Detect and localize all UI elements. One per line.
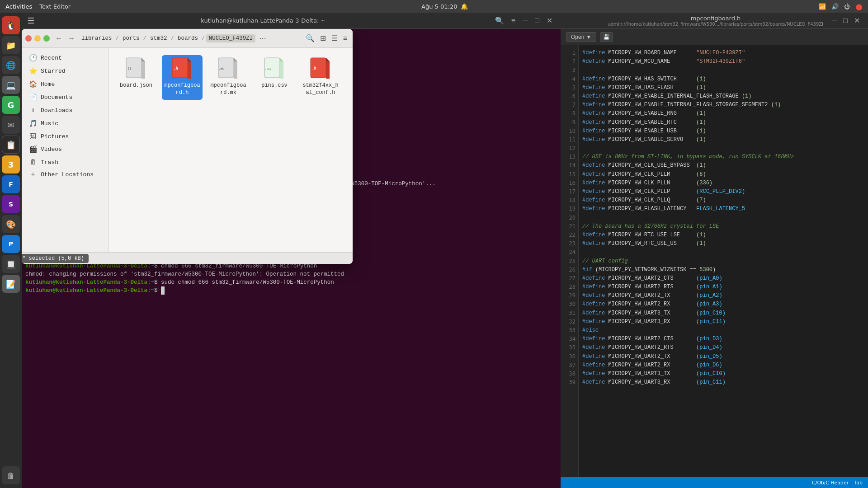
terminal-line: kutluhan@kutluhan-LattePanda-3-Delta:~$ — [25, 286, 557, 295]
svg-text:.h: .h — [312, 66, 316, 70]
file-pins-csv[interactable]: .csv pins.csv — [254, 55, 295, 100]
terminal-menu-icon[interactable]: ☰ — [27, 16, 34, 25]
taskbar-appf[interactable]: F — [2, 175, 20, 193]
sidebar-item-videos[interactable]: 🎬 Videos — [24, 143, 106, 156]
taskbar-browser[interactable]: 🌐 — [2, 56, 20, 74]
taskbar-clipboard[interactable]: 📋 — [2, 136, 20, 154]
svg-marker-10 — [234, 58, 237, 61]
line-num: 36 — [563, 352, 576, 361]
sidebar-item-downloads[interactable]: ⬇ Downloads — [24, 104, 106, 117]
mpconfigboard-mk-label: mpconfigboard.mk — [210, 82, 247, 96]
te-open-btn[interactable]: Open ▼ — [566, 32, 596, 42]
sidebar-item-pictures[interactable]: 🖼 Pictures — [24, 130, 106, 143]
te-language-label[interactable]: C/ObjC Header — [812, 480, 849, 486]
line-num: 23 — [563, 239, 576, 248]
fm-forward-btn[interactable]: → — [66, 33, 77, 43]
file-stm32-hal-h[interactable]: .h stm32f4xx_hal_conf.h — [300, 55, 341, 100]
terminal-menu-btn[interactable]: ≡ — [509, 15, 518, 26]
board-json-label: board.json — [120, 82, 152, 89]
fm-menu-btn[interactable]: ≡ — [341, 33, 349, 44]
te-line-numbers: 1 2 3 4 5 6 7 8 9 10 11 12 13 14 15 16 1… — [561, 45, 579, 477]
line-num: 6 — [563, 92, 576, 101]
sidebar-item-trash[interactable]: 🗑 Trash — [24, 156, 106, 169]
line-num: 38 — [563, 370, 576, 378]
taskbar-texteditor[interactable]: 📝 — [2, 275, 20, 293]
taskbar-terminal[interactable]: 💻 — [2, 76, 20, 94]
fm-status-text: "mpconfigboard.h" selected (5,0 kB) — [22, 254, 89, 263]
line-num: 34 — [563, 335, 576, 343]
taskbar-files[interactable]: 📁 — [2, 36, 20, 54]
file-mpconfigboard-mk[interactable]: .mk mpconfigboard.mk — [208, 55, 249, 100]
te-statusbar-right: C/ObjC Header Tab — [812, 480, 863, 486]
taskbar-apps[interactable]: S — [2, 195, 20, 213]
sidebar-item-other-locations[interactable]: + Other Locations — [24, 169, 106, 181]
terminal-search-btn[interactable]: 🔍 — [492, 15, 507, 26]
topbar-right: 📶 🔊 ⏻ ● — [819, 2, 863, 11]
line-num: 31 — [563, 309, 576, 318]
line-num: 27 — [563, 274, 576, 283]
file-board-json[interactable]: {} board.json — [116, 55, 156, 100]
breadcrumb-nucleo[interactable]: NUCLEO_F439ZI — [206, 34, 256, 42]
fm-titlebar: ← → libraries / ports / stm32 / boards /… — [22, 29, 353, 48]
terminal-maximize-btn[interactable]: □ — [532, 15, 542, 26]
fm-more-btn[interactable]: ⋯ — [257, 32, 268, 44]
power-icon[interactable]: ⏻ — [844, 3, 850, 10]
terminal-titlebar-left: ☰ — [27, 16, 34, 25]
fm-view-list-btn[interactable]: ☰ — [330, 32, 340, 44]
starred-icon: ⭐ — [29, 67, 37, 75]
te-close-btn[interactable]: ✕ — [851, 15, 863, 26]
breadcrumb-libraries[interactable]: libraries — [79, 34, 115, 42]
volume-icon[interactable]: 🔊 — [831, 3, 839, 10]
te-maximize-btn[interactable]: □ — [840, 16, 850, 26]
fm-view-grid-btn[interactable]: ⊞ — [318, 32, 328, 44]
notification-icon[interactable]: 🔔 — [461, 3, 468, 10]
terminal-close-btn[interactable]: ✕ — [544, 15, 555, 26]
breadcrumb-boards[interactable]: boards — [175, 34, 201, 42]
fm-close-btn[interactable] — [25, 35, 32, 42]
stm32-hal-h-label: stm32f4xx_hal_conf.h — [302, 82, 339, 96]
top-bar: Activities Text Editor Ağu 5 01:20 🔔 📶 🔊… — [0, 0, 868, 13]
terminal-section: ☰ kutluhan@kutluhan-LattePanda-3-Delta: … — [22, 13, 561, 488]
te-save-btn[interactable]: 💾 — [600, 32, 613, 42]
line-num: 3 — [563, 66, 576, 75]
terminal-line: kutluhan@kutluhan-LattePanda-3-Delta:~$ … — [25, 278, 557, 286]
sidebar-item-music[interactable]: 🎵 Music — [24, 117, 106, 130]
te-titlebar-right: ─ □ ✕ — [829, 15, 863, 26]
fm-maximize-btn[interactable] — [43, 35, 50, 42]
file-mpconfigboard-h[interactable]: .h mpconfigboard.h — [162, 55, 203, 100]
breadcrumb-stm32[interactable]: stm32 — [147, 34, 170, 42]
terminal-content[interactable]: ubuntu+ 3 G 4 — [22, 29, 561, 488]
taskbar-sq[interactable]: 🔲 — [2, 255, 20, 273]
breadcrumb-ports[interactable]: ports — [120, 34, 142, 42]
fm-search-btn[interactable]: 🔍 — [304, 32, 316, 44]
taskbar-trash[interactable]: 🗑 — [2, 466, 20, 484]
taskbar-g-app[interactable]: G — [2, 96, 20, 114]
activities-label[interactable]: Activities — [5, 3, 32, 10]
taskbar-mail[interactable]: ✉ — [2, 116, 20, 134]
taskbar-gimp[interactable]: 🎨 — [2, 215, 20, 233]
datetime-label: Ağu 5 01:20 — [421, 3, 457, 10]
te-code-area[interactable]: #define MICROPY_HW_BOARD_NAME "NUCLEO-F4… — [579, 45, 868, 477]
svg-marker-18 — [326, 58, 330, 61]
line-num: 1 — [563, 49, 576, 57]
te-tab-label[interactable]: Tab — [854, 480, 863, 486]
sidebar-item-documents[interactable]: 📄 Documents — [24, 91, 106, 104]
fm-minimize-btn[interactable] — [34, 35, 41, 42]
main-area: ☰ kutluhan@kutluhan-LattePanda-3-Delta: … — [22, 13, 868, 488]
sidebar-item-recent[interactable]: 🕐 Recent — [24, 52, 106, 65]
sidebar-item-starred[interactable]: ⭐ Starred — [24, 65, 106, 78]
terminal-minimize-btn[interactable]: ─ — [520, 15, 530, 26]
line-num: 4 — [563, 75, 576, 84]
taskbar-ubuntu[interactable]: 🐧 — [2, 16, 20, 34]
line-num: 14 — [563, 161, 576, 170]
line-num: 21 — [563, 222, 576, 231]
line-num: 33 — [563, 326, 576, 335]
te-minimize-btn[interactable]: ─ — [829, 16, 840, 26]
fm-back-btn[interactable]: ← — [53, 33, 64, 43]
line-num: 37 — [563, 361, 576, 370]
taskbar-python[interactable]: P — [2, 235, 20, 253]
taskbar-app3[interactable]: 3 — [2, 155, 20, 174]
line-num: 9 — [563, 118, 576, 127]
fm-breadcrumb: libraries / ports / stm32 / boards / NUC… — [79, 34, 255, 42]
sidebar-item-home[interactable]: 🏠 Home — [24, 78, 106, 91]
